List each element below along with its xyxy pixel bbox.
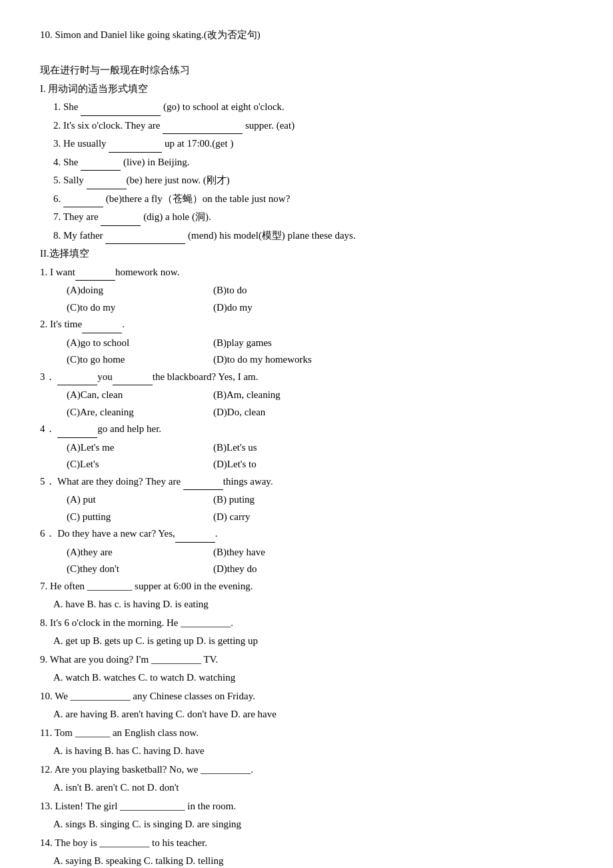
q2-3-options-row2: (C)Are, cleaning (D)Do, clean — [40, 404, 573, 421]
blank-5 — [87, 189, 127, 189]
opt-d: (D)Do, clean — [213, 404, 360, 421]
q2-9-options: A. watch B. watches C. to watch D. watch… — [40, 669, 573, 687]
q2-9: 9. What are you doing? I'm __________ TV… — [40, 651, 573, 687]
q2-2-options-row1: (A)go to school (B)play games — [40, 335, 573, 352]
opt-b: (B)to do — [213, 282, 360, 299]
q2-1-options-row1: (A)doing (B)to do — [40, 282, 573, 299]
blank-7 — [101, 225, 141, 226]
q2-11-options: A. is having B. has C. having D. have — [40, 743, 573, 760]
q2-11-text: 11. Tom _______ an English class now. — [40, 725, 573, 742]
opt-a: (A)doing — [67, 282, 213, 299]
q2-11: 11. Tom _______ an English class now. A.… — [40, 725, 573, 760]
opt-c: (C)to go home — [67, 351, 213, 369]
blank-q6 — [175, 542, 215, 543]
q2-14-text: 14. The boy is __________ to his teacher… — [40, 835, 573, 852]
opt-a: (A)go to school — [67, 335, 213, 352]
blank-4 — [81, 170, 121, 171]
q2-4-options-row1: (A)Let's me (B)Let's us — [40, 439, 573, 457]
q2-4: 4． go and help her. (A)Let's me (B)Let's… — [40, 421, 573, 473]
q2-4-text: 4． go and help her. — [40, 421, 573, 438]
q2-14: 14. The boy is __________ to his teacher… — [40, 835, 573, 869]
blank-q3a — [57, 385, 97, 385]
q2-8-text: 8. It's 6 o'clock in the morning. He ___… — [40, 615, 573, 632]
q2-10-options: A. are having B. aren't having C. don't … — [40, 706, 573, 723]
opt-b: (B)Let's us — [213, 439, 360, 457]
blank-1 — [81, 115, 161, 116]
opt-b: (B)they have — [213, 544, 360, 561]
blank-q5 — [183, 489, 223, 490]
q2-6-options-row2: (C)they don't (D)they do — [40, 561, 573, 578]
opt-a: (A)Can, clean — [67, 387, 213, 404]
q2-4-options-row2: (C)Let's (D)Let's to — [40, 456, 573, 473]
q2-12-text: 12. Are you playing basketball? No, we _… — [40, 761, 573, 779]
q2-13-options: A. sings B. singing C. is singing D. are… — [40, 816, 573, 833]
q10-text: 10. Simon and Daniel like going skating.… — [40, 27, 573, 44]
opt-d: (D)they do — [213, 561, 360, 578]
q2-14-options: A. saying B. speaking C. talking D. tell… — [40, 853, 573, 868]
q2-5-options-row2: (C) putting (D) carry — [40, 509, 573, 526]
p1-item-4: 4. She (live) in Beijing. — [40, 154, 573, 171]
q2-12: 12. Are you playing basketball? No, we _… — [40, 761, 573, 797]
blank-q1 — [75, 280, 115, 281]
opt-c: (C)Are, cleaning — [67, 404, 213, 421]
p1-item-7: 7. They are (dig) a hole (洞). — [40, 209, 573, 226]
worksheet: 10. Simon and Daniel like going skating.… — [40, 27, 573, 868]
q2-12-options: A. isn't B. aren't C. not D. don't — [40, 779, 573, 797]
opt-d: (D) carry — [213, 509, 360, 526]
q2-2: 2. It's time. (A)go to school (B)play ga… — [40, 316, 573, 369]
q2-3-text: 3． youthe blackboard? Yes, I am. — [40, 369, 573, 386]
q2-1-options-row2: (C)to do my (D)do my — [40, 299, 573, 317]
q2-6-text: 6． Do they have a new car? Yes,. — [40, 525, 573, 543]
q2-1-text: 1. I wanthomework now. — [40, 264, 573, 281]
opt-b: (B) puting — [213, 491, 360, 509]
blank-3 — [109, 152, 162, 153]
opt-b: (B)Am, cleaning — [213, 387, 360, 404]
p1-item-1: 1. She (go) to school at eight o'clock. — [40, 99, 573, 116]
q2-6-options-row1: (A)they are (B)they have — [40, 544, 573, 561]
opt-a: (A)Let's me — [67, 439, 213, 457]
q2-8: 8. It's 6 o'clock in the morning. He ___… — [40, 615, 573, 650]
q2-5-text: 5． What are they doing? They are things … — [40, 473, 573, 491]
opt-c: (C) putting — [67, 509, 213, 526]
opt-c: (C)Let's — [67, 456, 213, 473]
opt-d: (D)do my — [213, 299, 360, 317]
q2-7-text: 7. He often _________ supper at 6:00 in … — [40, 578, 573, 595]
part2-title: II.选择填空 — [40, 245, 573, 263]
p1-item-3: 3. He usually up at 17:00.(get ) — [40, 135, 573, 153]
p1-item-8: 8. My father (mend) his model(模型) plane … — [40, 227, 573, 245]
p1-item-6: 6. (be)there a fly（苍蝇）on the table just … — [40, 191, 573, 208]
q2-10: 10. We ____________ any Chinese classes … — [40, 688, 573, 723]
q2-5-options-row1: (A) put (B) puting — [40, 491, 573, 509]
q2-3: 3． youthe blackboard? Yes, I am. (A)Can,… — [40, 369, 573, 421]
q2-10-text: 10. We ____________ any Chinese classes … — [40, 688, 573, 705]
q2-8-options: A. get up B. gets up C. is geting up D. … — [40, 633, 573, 650]
blank-6 — [63, 207, 103, 207]
opt-b: (B)play games — [213, 335, 360, 352]
blank-8 — [105, 243, 185, 244]
opt-c: (C)they don't — [67, 561, 213, 578]
blank-q2 — [82, 333, 122, 333]
q2-6: 6． Do they have a new car? Yes,. (A)they… — [40, 525, 573, 578]
q2-3-options-row1: (A)Can, clean (B)Am, cleaning — [40, 387, 573, 404]
part1-items: 1. She (go) to school at eight o'clock. … — [40, 99, 573, 244]
q2-2-text: 2. It's time. — [40, 316, 573, 333]
p1-item-5: 5. Sally (be) here just now. (刚才) — [40, 172, 573, 189]
q2-5: 5． What are they doing? They are things … — [40, 473, 573, 526]
opt-a: (A) put — [67, 491, 213, 509]
q2-13: 13. Listen! The girl _____________ in th… — [40, 798, 573, 833]
section-title: 现在进行时与一般现在时综合练习 — [40, 62, 573, 79]
p1-item-2: 2. It's six o'clock. They are supper. (e… — [40, 117, 573, 135]
blank-q4 — [57, 437, 97, 438]
q2-1: 1. I wanthomework now. (A)doing (B)to do… — [40, 264, 573, 317]
opt-d: (D)Let's to — [213, 456, 360, 473]
q2-7-options: A. have B. has c. is having D. is eating — [40, 596, 573, 613]
blank-q3b — [113, 385, 153, 385]
opt-c: (C)to do my — [67, 299, 213, 317]
q2-13-text: 13. Listen! The girl _____________ in th… — [40, 798, 573, 815]
opt-a: (A)they are — [67, 544, 213, 561]
q2-7: 7. He often _________ supper at 6:00 in … — [40, 578, 573, 613]
part1-title: I. 用动词的适当形式填空 — [40, 81, 573, 98]
q2-9-text: 9. What are you doing? I'm __________ TV… — [40, 651, 573, 669]
blank-2 — [163, 133, 243, 134]
opt-d: (D)to do my homeworks — [213, 351, 360, 369]
